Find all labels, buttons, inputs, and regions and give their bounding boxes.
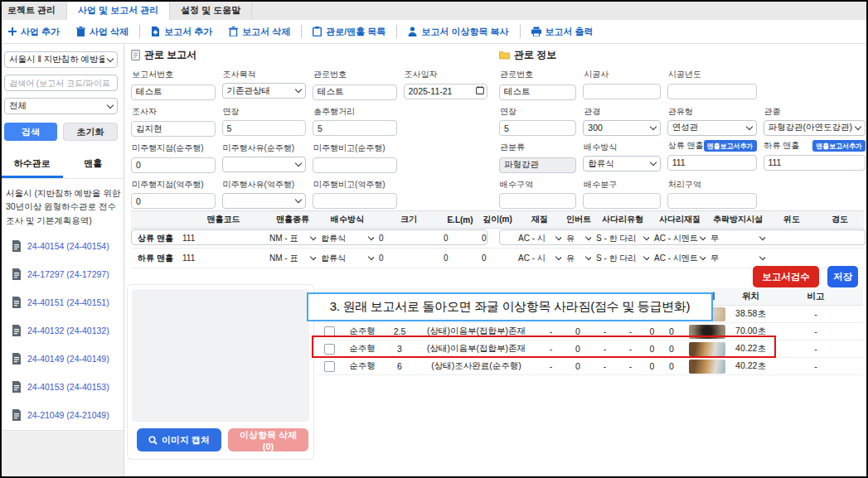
report-list-item[interactable]: 24-21049 (24-21049) bbox=[2, 401, 124, 429]
copy-defects-button[interactable]: 보고서 이상항목 복사 bbox=[400, 26, 516, 38]
manhole-material-select[interactable]: AC - 시 bbox=[518, 253, 561, 264]
manhole-invert-select[interactable]: 유 bbox=[566, 233, 591, 244]
defect-row[interactable]: 순주행 2.5 (상태)이음부(접합부)존재 - 0 - - 0 0 70.00… bbox=[317, 323, 863, 340]
tab-settings-help[interactable]: 설정 및 도움말 bbox=[170, 2, 252, 20]
calendar-icon[interactable] bbox=[476, 86, 484, 94]
defect-row[interactable]: 순주행 3 (상태)이음부(접합부)존재 - 0 - - 0 0 40.22초 … bbox=[317, 340, 863, 358]
diameter-select[interactable]: 300 bbox=[583, 120, 660, 136]
defect-checkbox[interactable] bbox=[324, 326, 335, 337]
skip-note-fwd-input[interactable] bbox=[313, 157, 397, 173]
survey-purpose-select[interactable]: 기존관상태 bbox=[222, 83, 307, 99]
skip-point-fwd-input[interactable] bbox=[131, 157, 216, 173]
image-capture-button[interactable]: 이미지 캡처 bbox=[137, 428, 221, 451]
skip-reason-rev-select[interactable] bbox=[222, 193, 307, 209]
latitude-cell[interactable] bbox=[768, 229, 816, 249]
drain-area-input[interactable] bbox=[499, 193, 576, 209]
pipe-no-input[interactable] bbox=[313, 84, 397, 100]
info-pipe-no-input[interactable] bbox=[499, 84, 576, 100]
save-button[interactable]: 저장 bbox=[827, 266, 858, 287]
manhole-code-cell[interactable]: 111 bbox=[180, 229, 267, 249]
manhole-depth-cell[interactable]: 0 bbox=[479, 229, 516, 249]
tab-business-report-management[interactable]: 사업 및 보고서 관리 bbox=[67, 2, 170, 20]
down-manhole-input[interactable] bbox=[764, 155, 866, 171]
select-value: 300 bbox=[588, 123, 603, 133]
manhole-type-select[interactable]: NM - 표 bbox=[269, 233, 316, 244]
defect-thumbnail[interactable] bbox=[689, 360, 725, 374]
section-title: 관로 보고서 bbox=[144, 48, 196, 62]
fall-prevention-select[interactable]: 무 bbox=[710, 253, 765, 264]
tab-manhole[interactable]: 맨홀 bbox=[63, 151, 124, 178]
ladder-material-select[interactable]: AC - 시멘트 bbox=[654, 253, 706, 264]
defect-direction: 순주행 bbox=[342, 340, 383, 358]
contractor-input[interactable] bbox=[583, 84, 660, 99]
surveyor-input[interactable] bbox=[131, 121, 216, 137]
reset-button[interactable]: 초기화 bbox=[63, 123, 118, 141]
tab-sewer-pipe[interactable]: 하수관로 bbox=[2, 151, 63, 178]
pipe-manhole-list-button[interactable]: 관로/맨홀 목록 bbox=[304, 26, 394, 38]
manhole-code-cell[interactable]: 111 bbox=[180, 249, 267, 268]
defect-checkbox[interactable] bbox=[324, 361, 335, 372]
manhole-el-cell[interactable]: 0 bbox=[441, 229, 479, 249]
manhole-drain-select[interactable]: 합류식 bbox=[321, 233, 374, 244]
add-manhole-report-badge[interactable]: 맨홀보고서추가 bbox=[812, 140, 866, 152]
ladder-type-select[interactable]: S - 한 다리 bbox=[596, 253, 649, 264]
up-manhole-input[interactable] bbox=[667, 155, 757, 171]
treat-area-input[interactable] bbox=[667, 193, 757, 209]
delete-defect-button[interactable]: 이상항목 삭제 (0) bbox=[228, 428, 308, 451]
delete-report-button[interactable]: 보고서 삭제 bbox=[221, 26, 298, 38]
defect-thumbnail[interactable] bbox=[689, 325, 725, 339]
longitude-cell[interactable] bbox=[816, 229, 864, 249]
report-list-item[interactable]: 24-17297 (24-17297) bbox=[2, 260, 124, 288]
survey-date-input[interactable] bbox=[404, 84, 488, 99]
search-input[interactable] bbox=[4, 75, 118, 91]
report-list-item[interactable]: 24-40153 (24-40153) bbox=[2, 373, 124, 401]
pipe-kind-select[interactable]: 연성관 bbox=[667, 120, 757, 136]
report-list-item[interactable]: 24-40132 (24-40132) bbox=[2, 316, 124, 345]
defect-distance: 6 bbox=[383, 358, 416, 375]
manhole-drain-select[interactable]: 합류식 bbox=[321, 253, 374, 264]
manhole-size-cell[interactable]: 0 bbox=[376, 249, 441, 268]
build-year-input[interactable] bbox=[667, 84, 757, 99]
skip-reason-fwd-select[interactable] bbox=[222, 157, 307, 172]
manhole-invert-select[interactable]: 유 bbox=[566, 253, 591, 264]
fall-prevention-select[interactable]: 무 bbox=[710, 233, 765, 244]
ladder-type-select[interactable]: S - 한 다리 bbox=[596, 233, 649, 244]
skip-point-rev-input[interactable] bbox=[131, 193, 216, 209]
report-review-button[interactable]: 보고서검수 bbox=[753, 266, 819, 287]
manhole-el-cell[interactable]: 0 bbox=[441, 249, 479, 268]
delete-project-button[interactable]: 사업 삭제 bbox=[68, 26, 137, 38]
manhole-material-select[interactable]: AC - 시 bbox=[518, 233, 561, 244]
tab-project-management[interactable]: 로젝트 관리 bbox=[0, 2, 67, 20]
print-report-button[interactable]: 보고서 출력 bbox=[523, 26, 602, 38]
report-list-item[interactable]: 24-40151 (24-40151) bbox=[2, 288, 124, 316]
project-select[interactable]: 서울시 ‖ 지반침하 예방을 위한 30년 bbox=[4, 51, 118, 68]
length-input[interactable] bbox=[222, 120, 307, 136]
manhole-depth-cell[interactable]: 0 bbox=[479, 249, 516, 268]
total-distance-input[interactable] bbox=[313, 120, 397, 136]
manhole-type-select[interactable]: NM - 표 bbox=[269, 253, 316, 264]
drain-district-input[interactable] bbox=[583, 193, 660, 209]
pipe-type-select[interactable]: 파형강관(아연도강관) bbox=[764, 120, 866, 136]
skip-note-rev-input[interactable] bbox=[313, 193, 397, 209]
drain-type-select[interactable]: 합류식 bbox=[583, 156, 660, 171]
longitude-cell[interactable] bbox=[816, 249, 864, 268]
defect-position: 40.22초 bbox=[733, 358, 769, 375]
search-button[interactable]: 검색 bbox=[4, 123, 57, 141]
latitude-cell[interactable] bbox=[768, 249, 816, 268]
report-list-item[interactable]: 24-40154 (24-40154) bbox=[2, 232, 124, 260]
ladder-material-select[interactable]: AC - 시멘트 bbox=[654, 233, 706, 244]
add-project-button[interactable]: 사업 추가 bbox=[0, 26, 68, 38]
defect-thumbnail[interactable] bbox=[689, 342, 725, 356]
info-length-input[interactable] bbox=[499, 120, 576, 136]
defect-row[interactable]: 순주행 6 (상태)조사완료(순주행) - 0 - - 0 0 40.22초 - bbox=[317, 358, 863, 375]
add-manhole-report-badge[interactable]: 맨홀보고서추가 bbox=[704, 140, 757, 152]
annotation-callout: 3. 원래 보고서로 돌아오면 좌굴 이상항목 사라짐(점수 및 등급변화) bbox=[307, 292, 713, 321]
report-list-item[interactable]: 24-40149 (24-40149) bbox=[2, 345, 124, 373]
filter-select[interactable]: 전체 bbox=[4, 98, 118, 114]
report-no-input[interactable] bbox=[131, 84, 216, 100]
defect-checkbox[interactable] bbox=[324, 344, 335, 355]
chevron-down-icon bbox=[700, 253, 706, 260]
manhole-size-cell[interactable]: 0 bbox=[376, 229, 441, 249]
section-title: 관로 정보 bbox=[514, 48, 556, 62]
add-report-button[interactable]: 보고서 추가 bbox=[143, 26, 221, 38]
